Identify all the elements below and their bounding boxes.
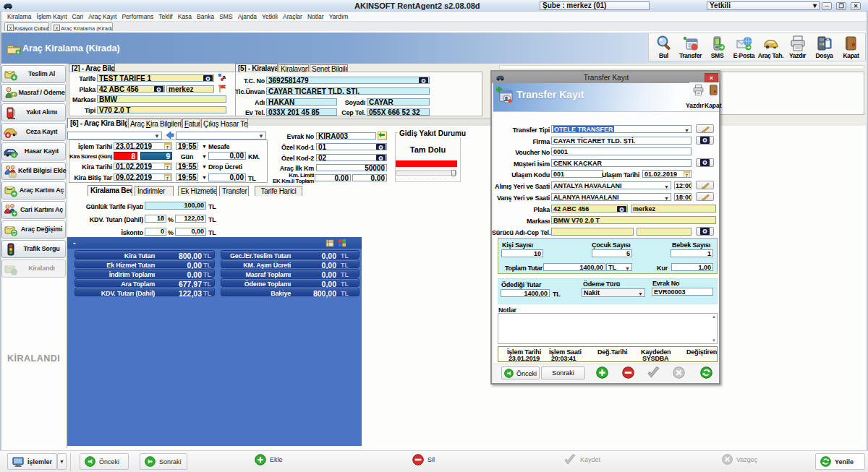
svg-text:7: 7 — [166, 166, 169, 170]
svg-text:7: 7 — [166, 145, 169, 150]
svg-text:7: 7 — [686, 173, 688, 178]
svg-text:7: 7 — [166, 176, 169, 181]
